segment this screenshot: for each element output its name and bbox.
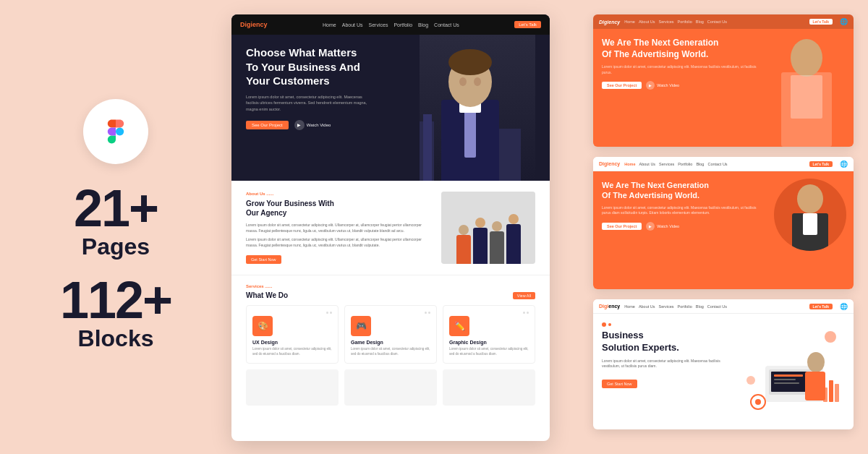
- silhouette-3: [490, 221, 504, 264]
- nav-cta-button[interactable]: Let's Talk: [514, 21, 541, 28]
- right-nav-links-3: Home About Us Services Portfolio Blog Co…: [624, 304, 804, 309]
- view-all-button[interactable]: View All: [513, 292, 535, 299]
- dot-2: [608, 323, 611, 326]
- right-nav-btn-2[interactable]: Let's Talk: [809, 161, 833, 167]
- right-nav-1: Digiency Home About Us Services Portfoli…: [593, 14, 854, 29]
- game-icon: 🎮: [351, 316, 371, 336]
- services-section: Services ...... What We Do View All 🎨 UX…: [231, 275, 550, 414]
- game-name: Game Design: [351, 340, 430, 345]
- svg-point-11: [791, 39, 822, 77]
- about-desc-1: Lorem ipsum dolor sit amet, consectetur …: [246, 222, 433, 234]
- play-icon: ▶: [294, 120, 305, 130]
- about-text: About Us ...... Grow Your Business WithO…: [246, 192, 433, 264]
- right-brand-2: Digiency: [599, 161, 620, 166]
- right-watch-video-btn-2[interactable]: ▶ Watch Video: [646, 222, 679, 231]
- service-dots: [449, 312, 529, 314]
- right-hero-3-content: BusinessSolution Experts. Lorem ipsum do…: [593, 314, 854, 429]
- services-bottom-row: [246, 369, 535, 406]
- services-grid: 🎨 UX Design Lorem ipsum dolor sit amet, …: [246, 305, 535, 364]
- watch-video-button[interactable]: ▶ Watch Video: [294, 120, 331, 130]
- svg-rect-28: [823, 387, 827, 402]
- svg-point-27: [755, 399, 761, 405]
- get-start-btn-3[interactable]: Get Start Now: [602, 380, 637, 388]
- right-nav-btn-1[interactable]: Let's Talk: [809, 19, 833, 25]
- graphic-icon: ✏️: [449, 316, 469, 336]
- service-card-bottom-3: [443, 369, 535, 406]
- about-title: Grow Your Business WithOur Agency: [246, 199, 433, 218]
- svg-rect-29: [829, 380, 833, 402]
- svg-point-5: [459, 77, 467, 86]
- pages-stat: 21+ Pages: [74, 182, 158, 260]
- right-see-project-btn[interactable]: See Our Project: [602, 82, 642, 89]
- ux-desc: Lorem ipsum dolor sit amet, consectetur …: [252, 347, 332, 357]
- nav-brand: Digiency: [240, 21, 268, 28]
- blocks-label: Blocks: [60, 326, 171, 351]
- right-hero-circle: [774, 179, 846, 251]
- get-start-button[interactable]: Get Start Now: [246, 255, 281, 264]
- right-hero-image-1: [767, 29, 854, 147]
- blocks-number: 112+: [60, 274, 171, 326]
- svg-rect-9: [423, 114, 432, 181]
- svg-point-16: [825, 331, 836, 343]
- right-watch-video-btn[interactable]: ▶ Watch Video: [646, 81, 679, 90]
- hero-person-image: [420, 35, 535, 181]
- globe-icon-2: 🌐: [840, 160, 848, 168]
- dot-1: [602, 322, 606, 327]
- right-hero-2-content: We Are The Next GenerationOf The Adverti…: [593, 171, 854, 289]
- hero-section: Digiency Home About Us Services Portfoli…: [231, 14, 550, 181]
- dot: [428, 312, 430, 314]
- service-card-graphic: ✏️ Graphic Design Lorem ipsum dolor sit …: [443, 305, 535, 364]
- right-see-project-btn-2[interactable]: See Our Project: [602, 223, 642, 230]
- services-header: What We Do View All: [246, 291, 535, 299]
- globe-icon-3: 🌐: [840, 303, 848, 310]
- blocks-stat: 112+ Blocks: [60, 274, 171, 351]
- graphic-desc: Lorem ipsum dolor sit amet, consectetur …: [449, 347, 529, 357]
- center-preview: Digiency Home About Us Services Portfoli…: [231, 14, 550, 441]
- dot: [425, 312, 427, 314]
- service-card-bottom-1: [246, 369, 339, 406]
- pages-label: Pages: [74, 234, 158, 260]
- about-section: About Us ...... Grow Your Business WithO…: [231, 181, 550, 275]
- left-panel: 21+ Pages 112+ Blocks: [0, 0, 231, 454]
- service-dots: [252, 312, 332, 314]
- dot: [326, 312, 328, 314]
- right-nav-links-1: Home About Us Services Portfolio Blog Co…: [624, 20, 804, 24]
- dot: [523, 312, 525, 314]
- right-hero-text-1: We Are The Next GenerationOf The Adverti…: [593, 29, 767, 147]
- right-hero-1-content: We Are The Next GenerationOf The Adverti…: [593, 29, 854, 147]
- svg-point-24: [807, 352, 825, 372]
- right-hero-text-2: We Are The Next GenerationOf The Adverti…: [593, 171, 767, 289]
- ux-icon: 🎨: [252, 316, 273, 336]
- dot: [527, 312, 529, 314]
- right-hero-btns-2: See Our Project ▶ Watch Video: [602, 222, 758, 231]
- about-image: [441, 192, 535, 264]
- about-people: [441, 192, 535, 264]
- about-label: About Us ......: [246, 192, 433, 196]
- about-desc-2: Lorem ipsum dolor sit amet, consectetur …: [246, 236, 433, 248]
- svg-rect-21: [774, 374, 803, 377]
- right-hero-illustration: [744, 322, 845, 421]
- see-project-button[interactable]: See Our Project: [246, 121, 289, 129]
- game-desc: Lorem ipsum dolor sit amet, consectetur …: [351, 347, 430, 357]
- hero-content-wrapper: Choose What MattersTo Your Business AndY…: [231, 35, 550, 181]
- hero-title: Choose What MattersTo Your Business AndY…: [246, 46, 376, 88]
- hero-text: Choose What MattersTo Your Business AndY…: [231, 35, 391, 181]
- right-brand-1: Digiency: [599, 20, 620, 25]
- silhouette-4: [506, 214, 521, 264]
- right-nav-btn-3[interactable]: Let's Talk: [809, 304, 833, 309]
- right-hero-desc-1: Lorem ipsum dolor sit amet, consectetur …: [602, 64, 758, 75]
- svg-point-13: [797, 184, 823, 213]
- svg-rect-12: [791, 75, 822, 119]
- right-preview-2: Digiency Home About Us Services Portfoli…: [593, 157, 854, 289]
- services-title: What We Do: [246, 291, 288, 299]
- right-nav-3: Digiency Home About Us Services Portfoli…: [593, 299, 854, 314]
- svg-rect-23: [774, 382, 799, 384]
- svg-rect-15: [803, 213, 817, 235]
- nav-links: Home About Us Services Portfolio Blog Co…: [275, 22, 508, 27]
- right-nav-links-2: Home About Us Services Portfolio Blog Co…: [624, 162, 804, 166]
- dot: [330, 312, 332, 314]
- brand-highlight: Digi: [240, 21, 252, 28]
- services-label: Services ......: [246, 284, 535, 288]
- right-hero-title-3: BusinessSolution Experts.: [602, 330, 735, 354]
- svg-point-6: [474, 77, 481, 86]
